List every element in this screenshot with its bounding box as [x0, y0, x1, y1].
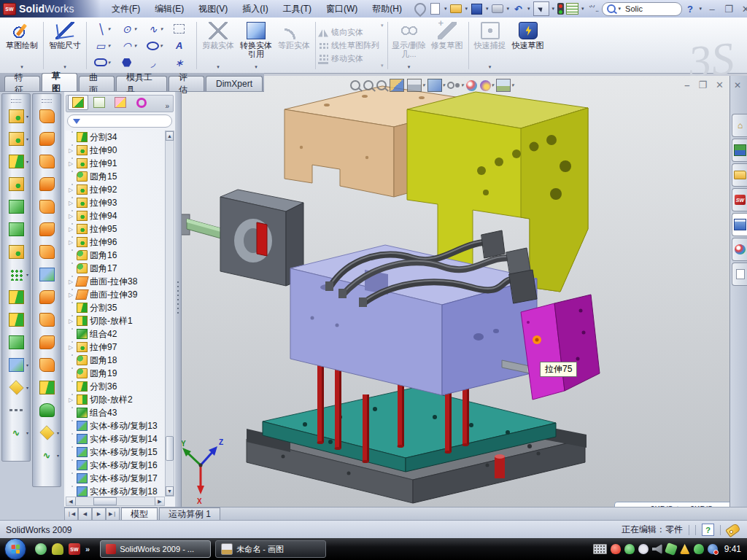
tree-item[interactable]: 圆角16: [66, 249, 165, 262]
doc-restore-icon[interactable]: ❐: [698, 79, 707, 90]
options-dropdown-icon[interactable]: ▾: [581, 6, 584, 12]
home-tab[interactable]: ⌂: [732, 114, 747, 137]
security-shield-icon[interactable]: [624, 544, 635, 554]
tree-item[interactable]: 实体-移动/复制16: [66, 459, 165, 472]
toolbar-button[interactable]: [33, 105, 61, 128]
entity-dropdown-icon[interactable]: ▾: [160, 26, 163, 32]
heads-up-button[interactable]: ▾: [447, 82, 464, 89]
design-library-tab[interactable]: [732, 139, 747, 162]
toolbar-button[interactable]: ∿ ▾: [2, 421, 30, 444]
expand-arrow-icon[interactable]: ▷: [67, 318, 74, 324]
toolbar-button[interactable]: ▾: [2, 150, 30, 173]
prev-tab-icon[interactable]: ◀: [78, 508, 92, 521]
options-checklist-icon[interactable]: [566, 3, 578, 15]
expand-arrow-icon[interactable]: ▷: [67, 147, 74, 154]
scroll-thumb[interactable]: [166, 436, 174, 461]
rapid-sketch-button[interactable]: 快速草图: [509, 20, 547, 71]
toolbar-button[interactable]: [2, 308, 30, 331]
menu-item[interactable]: 插入(I): [236, 1, 274, 18]
toolbar-button[interactable]: ▾: [2, 376, 30, 399]
tree-item[interactable]: 分割36: [66, 380, 165, 393]
view-palette-tab[interactable]: [732, 213, 747, 236]
entity-dropdown-icon[interactable]: ▾: [108, 43, 111, 49]
panel-splitter[interactable]: [175, 92, 182, 507]
tree-item[interactable]: 分割34: [66, 131, 165, 144]
toolbar-button[interactable]: [33, 218, 61, 241]
toolbar-button[interactable]: ∿ ▾: [33, 444, 61, 467]
sketch-dropdown-icon[interactable]: ▾: [20, 63, 23, 71]
tree-item[interactable]: 圆角18: [66, 354, 165, 367]
tree-horizontal-scrollbar[interactable]: ◀ ▶: [66, 497, 165, 506]
splitter-grip[interactable]: [177, 280, 179, 314]
tree-item[interactable]: 实体-移动/复制18: [66, 485, 165, 497]
scroll-thumb-horizontal[interactable]: [93, 497, 117, 505]
sketch-entity-button[interactable]: ∗ ▾: [168, 54, 194, 71]
scroll-right-icon[interactable]: ▶: [155, 497, 164, 505]
mode-tab[interactable]: 曲面: [79, 76, 115, 91]
motion-study-tab[interactable]: 运动算例 1: [159, 508, 220, 521]
status-help-icon[interactable]: ?: [702, 524, 714, 536]
close-icon[interactable]: ✕: [738, 4, 747, 15]
doc-minimize-icon[interactable]: –: [684, 79, 689, 90]
tree-item[interactable]: ▷ 切除-放样1: [66, 314, 165, 327]
doc-close-icon[interactable]: ✕: [716, 79, 724, 90]
tree-item[interactable]: 实体-移动/复制14: [66, 432, 165, 446]
tree-item[interactable]: 实体-移动/复制13: [66, 419, 165, 432]
search-dropdown-icon[interactable]: ▾: [619, 6, 622, 12]
quick-snaps-button[interactable]: 快速捕捉 ▾: [471, 20, 509, 71]
mirror-entities-button[interactable]: 镜向实体: [318, 26, 379, 39]
menu-item[interactable]: 编辑(E): [148, 1, 190, 18]
sketch-entity-button[interactable]: ⊙ ▾: [115, 20, 142, 37]
sketch-entity-button[interactable]: ▭ ▾: [89, 37, 115, 54]
keyboard-layout-icon[interactable]: [593, 544, 607, 554]
expand-arrow-icon[interactable]: ▷: [67, 397, 74, 403]
pin-icon[interactable]: [414, 3, 427, 15]
toolbar-button[interactable]: [33, 263, 61, 286]
convert-entities-button[interactable]: 转换实体引用 ▾: [237, 20, 275, 71]
entity-dropdown-icon[interactable]: ▾: [134, 43, 137, 49]
solidworks-resources-tab[interactable]: SW: [732, 188, 747, 211]
protection-icon[interactable]: [694, 544, 704, 554]
mode-tab[interactable]: 模具工具: [116, 76, 167, 91]
expand-arrow-icon[interactable]: ▷: [67, 213, 74, 219]
pattern-group-dropdowns[interactable]: ▾▾: [379, 20, 385, 71]
sketch-entity-button[interactable]: ◠ ▾: [115, 37, 142, 54]
display-delete-relations-button[interactable]: 显示/删除几... ▾: [390, 20, 428, 71]
expand-arrow-icon[interactable]: ▷: [67, 187, 74, 193]
tree-item[interactable]: ▷ 曲面-拉伸38: [66, 275, 165, 288]
menu-item[interactable]: 帮助(H): [365, 1, 409, 18]
tree-item[interactable]: 实体-移动/复制15: [66, 446, 165, 459]
tree-item[interactable]: 分割35: [66, 301, 165, 314]
toolbar-button[interactable]: [2, 331, 30, 354]
solidworks-shortcut-icon[interactable]: SW: [69, 543, 80, 555]
first-tab-icon[interactable]: ❘◀: [64, 508, 78, 521]
undo-dropdown-icon[interactable]: ▾: [527, 6, 530, 12]
panel-overflow-chevron[interactable]: »: [165, 102, 171, 110]
scroll-up-icon[interactable]: ▲: [166, 131, 174, 141]
tree-item[interactable]: 组合43: [66, 406, 165, 419]
mode-tab[interactable]: 草图: [42, 73, 77, 91]
tree-item[interactable]: ▷ 拉伸93: [66, 196, 165, 209]
undo-icon[interactable]: ↶: [512, 3, 525, 15]
tree-item[interactable]: ▷ 拉伸91: [66, 157, 165, 170]
quick-launch-icon[interactable]: [52, 543, 63, 555]
expand-arrow-icon[interactable]: ▷: [67, 239, 74, 246]
heads-up-button[interactable]: [376, 80, 387, 90]
select-dropdown-icon[interactable]: ▾: [552, 6, 555, 12]
tree-item[interactable]: 圆角15: [66, 170, 165, 183]
mode-tab[interactable]: 特征: [4, 76, 40, 91]
tree-item[interactable]: ▷ 拉伸97: [66, 341, 165, 354]
repair-sketch-button[interactable]: 修复草图: [428, 20, 466, 71]
help-dropdown-icon[interactable]: ▾: [700, 6, 703, 12]
sketch-entity-button[interactable]: ▾: [115, 54, 142, 71]
print-icon[interactable]: [492, 3, 504, 15]
certificate-icon[interactable]: [638, 544, 649, 554]
toolbar-button[interactable]: [33, 241, 61, 263]
expand-arrow-icon[interactable]: ▷: [67, 279, 74, 285]
tree-item[interactable]: 圆角17: [66, 262, 165, 275]
heads-up-button[interactable]: [350, 80, 361, 90]
antivirus-icon[interactable]: [611, 544, 621, 554]
search-input[interactable]: [624, 4, 666, 14]
help-icon[interactable]: ?: [684, 3, 697, 15]
toolbar-button[interactable]: ▾: [2, 105, 30, 128]
